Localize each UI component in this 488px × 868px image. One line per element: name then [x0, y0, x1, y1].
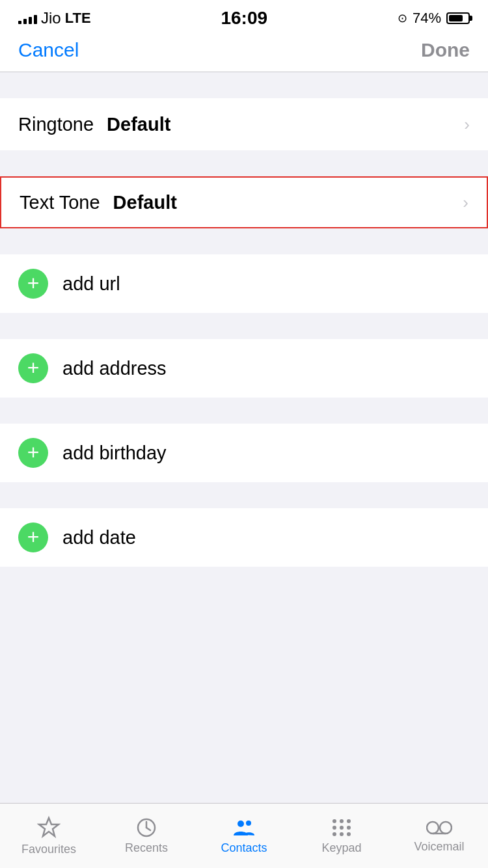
svg-point-6 — [332, 819, 336, 823]
add-date-section: + add date — [0, 508, 488, 567]
tab-voicemail[interactable]: Voicemail — [407, 819, 472, 854]
text-tone-section: Text Tone Default › — [0, 176, 488, 228]
add-birthday-section: + add birthday — [0, 424, 488, 482]
text-tone-value: Default — [113, 192, 177, 213]
content-area: Ringtone Default › Text Tone Default › +… — [0, 72, 488, 638]
tab-recents[interactable]: Recents — [114, 817, 179, 855]
add-date-row[interactable]: + add date — [0, 508, 488, 567]
add-birthday-plus-icon: + — [27, 442, 40, 463]
cancel-button[interactable]: Cancel — [18, 39, 79, 61]
add-url-plus-icon: + — [27, 273, 40, 293]
add-date-label: add date — [62, 527, 136, 549]
battery-fill — [449, 15, 463, 21]
ringtone-section: Ringtone Default › — [0, 98, 488, 150]
svg-point-12 — [332, 832, 336, 836]
ringtone-chevron-icon: › — [464, 115, 470, 135]
add-address-label: add address — [62, 358, 167, 379]
add-birthday-label: add birthday — [62, 442, 167, 464]
tab-contacts[interactable]: Contacts — [211, 817, 277, 855]
nav-bar: Cancel Done — [0, 33, 488, 72]
svg-point-11 — [347, 826, 351, 830]
svg-line-3 — [146, 828, 150, 830]
add-address-circle: + — [18, 353, 48, 383]
battery-label: 74% — [413, 10, 441, 27]
ringtone-label: Ringtone — [18, 114, 94, 135]
voicemail-icon — [426, 819, 452, 837]
network-label: LTE — [65, 10, 91, 27]
add-address-row[interactable]: + add address — [0, 339, 488, 398]
add-url-section: + add url — [0, 254, 488, 313]
svg-point-16 — [440, 822, 452, 834]
tab-recents-label: Recents — [125, 841, 168, 855]
add-address-section: + add address — [0, 339, 488, 398]
add-date-plus-icon: + — [27, 526, 40, 547]
clock-icon — [136, 817, 157, 838]
svg-point-13 — [340, 832, 344, 836]
status-left: Jio LTE — [18, 9, 91, 27]
tab-keypad-label: Keypad — [321, 841, 361, 855]
done-button[interactable]: Done — [421, 39, 470, 61]
svg-point-8 — [347, 819, 351, 823]
ringtone-value: Default — [107, 114, 170, 135]
keypad-icon — [331, 817, 353, 838]
add-url-circle: + — [18, 269, 48, 299]
tab-contacts-label: Contacts — [221, 841, 267, 855]
svg-point-15 — [427, 822, 439, 834]
add-date-circle: + — [18, 522, 48, 552]
svg-point-14 — [347, 832, 351, 836]
svg-point-10 — [340, 826, 344, 830]
add-address-plus-icon: + — [27, 357, 40, 378]
contacts-icon — [232, 817, 256, 838]
status-right: ⊙ 74% — [398, 10, 470, 27]
svg-point-5 — [246, 821, 251, 826]
spacer-3 — [0, 228, 488, 254]
svg-marker-0 — [39, 818, 59, 836]
lock-icon: ⊙ — [398, 11, 407, 25]
spacer-5 — [0, 398, 488, 424]
tab-favourites[interactable]: Favourites — [16, 816, 81, 856]
svg-point-7 — [340, 819, 344, 823]
tab-favourites-label: Favourites — [21, 843, 76, 856]
text-tone-chevron-icon: › — [463, 193, 468, 213]
tab-voicemail-label: Voicemail — [414, 840, 464, 854]
add-birthday-row[interactable]: + add birthday — [0, 424, 488, 482]
spacer-4 — [0, 313, 488, 339]
text-tone-row[interactable]: Text Tone Default › — [0, 176, 488, 228]
spacer-6 — [0, 482, 488, 508]
add-url-label: add url — [62, 273, 120, 295]
tab-keypad[interactable]: Keypad — [309, 817, 374, 855]
add-url-row[interactable]: + add url — [0, 254, 488, 313]
bottom-padding — [0, 567, 488, 638]
text-tone-row-left: Text Tone Default — [20, 192, 177, 213]
spacer-2 — [0, 150, 488, 176]
carrier-label: Jio — [41, 9, 61, 27]
star-icon — [37, 816, 61, 839]
add-birthday-circle: + — [18, 438, 48, 468]
tab-bar: Favourites Recents Contacts — [0, 803, 488, 868]
svg-point-4 — [237, 821, 244, 827]
ringtone-row[interactable]: Ringtone Default › — [0, 98, 488, 150]
battery-icon — [446, 12, 470, 24]
time-label: 16:09 — [221, 8, 267, 29]
status-bar: Jio LTE 16:09 ⊙ 74% — [0, 0, 488, 33]
text-tone-label: Text Tone — [20, 192, 100, 213]
spacer-1 — [0, 72, 488, 98]
svg-point-9 — [332, 826, 336, 830]
signal-icon — [18, 12, 37, 24]
ringtone-row-left: Ringtone Default — [18, 114, 170, 135]
